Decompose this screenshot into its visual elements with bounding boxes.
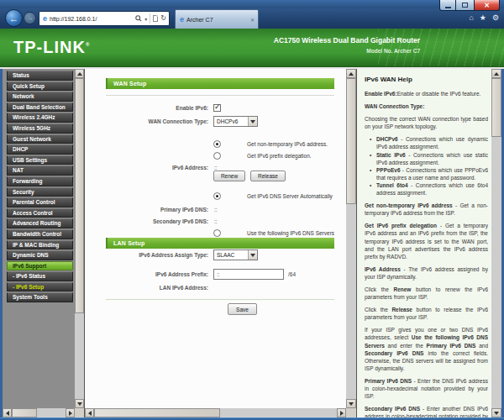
chevron-down-icon[interactable] <box>248 250 257 260</box>
browser-tab[interactable]: e Archer C7 ✕ <box>175 9 259 29</box>
dns-manual-radio[interactable] <box>213 229 221 237</box>
scrollbar-thumb[interactable] <box>94 408 220 417</box>
wan-connection-type-row: WAN Connection Type: DHCPv6 <box>85 116 354 127</box>
sidebar-item-nat[interactable]: NAT <box>7 165 73 176</box>
help-bullet-item: •Tunnel 6to4 - Connections which use 6to… <box>365 181 488 197</box>
save-button[interactable]: Save <box>228 303 257 315</box>
scrollbar-thumb[interactable] <box>346 78 356 204</box>
home-icon[interactable]: ⌂ <box>469 13 473 22</box>
minimize-icon <box>445 7 451 8</box>
sidebar-item-forwarding[interactable]: Forwarding <box>7 176 73 186</box>
scrollbar-thumb[interactable] <box>12 408 37 417</box>
address-bar[interactable]: e http://192.168.0.1/ ▾ ↻ <box>39 11 170 26</box>
sidebar-item-ipv6-setup[interactable]: - IPv6 Setup <box>7 282 73 292</box>
assign-type-select[interactable]: SLAAC <box>213 249 258 260</box>
sidebar-item-quick-setup[interactable]: Quick Setup <box>7 81 73 92</box>
wan-connection-type-select[interactable]: DHCPv6 <box>213 116 258 127</box>
sidebar-item-wireless-2-4ghz[interactable]: Wireless 2.4GHz <box>7 113 73 123</box>
chevron-down-icon[interactable] <box>248 117 257 126</box>
back-icon: ← <box>9 13 18 24</box>
minimize-button[interactable] <box>439 0 456 11</box>
main-horizontal-scrollbar[interactable] <box>85 408 346 417</box>
selected-value: DHCPv6 <box>217 117 238 126</box>
header-product-info: AC1750 Wireless Dual Band Gigabit Router… <box>274 36 420 54</box>
help-paragraph: Enable IPv6:Enable or disable the IPv6 f… <box>365 90 488 97</box>
sidebar-item-bandwidth-control[interactable]: Bandwidth Control <box>7 229 73 239</box>
sidebar-item-ipv6-status[interactable]: - IPv6 Status <box>7 271 73 281</box>
favorites-star-icon[interactable]: ★ <box>480 13 486 22</box>
help-paragraph: If your ISP gives you one or two DNS IPv… <box>365 326 488 372</box>
sidebar-item-ip-mac-binding[interactable]: IP & MAC Binding <box>7 240 73 250</box>
tab-title: Archer C7 <box>186 17 250 23</box>
help-paragraph: Choosing the correct WAN connection type… <box>365 115 488 130</box>
secondary-dns-row: Secondary IPv6 DNS: :: <box>85 216 354 227</box>
scroll-right-icon[interactable] <box>337 408 346 417</box>
assign-type-row: IPv6 Address Assign Type: SLAAC <box>85 249 354 260</box>
main-vertical-scrollbar[interactable] <box>346 69 356 408</box>
scroll-up-icon[interactable] <box>346 69 356 78</box>
sidebar-vertical-scrollbar[interactable] <box>75 69 84 408</box>
sidebar-item-ipv6-support[interactable]: IPv6 Support <box>7 261 73 271</box>
bullet-icon: • <box>370 166 371 174</box>
scroll-up-icon[interactable] <box>491 69 501 78</box>
sidebar-item-wireless-5ghz[interactable]: Wireless 5GHz <box>7 123 73 134</box>
prefix-delegation-radio[interactable] <box>213 152 221 160</box>
compatibility-view-icon[interactable] <box>153 15 158 22</box>
sidebar-item-dhcp[interactable]: DHCP <box>7 144 73 155</box>
release-button[interactable]: Release <box>250 171 286 181</box>
prefix-suffix: /64 <box>288 269 296 280</box>
sidebar-item-guest-network[interactable]: Guest Network <box>7 134 73 144</box>
search-dropdown-icon[interactable]: ▾ <box>144 16 147 22</box>
help-paragraph: WAN Connection Type: <box>365 102 488 110</box>
settings-gear-icon[interactable]: ⚙ <box>492 13 499 22</box>
sidebar-item-dual-band-selection[interactable]: Dual Band Selection <box>7 102 73 113</box>
sidebar-item-network[interactable]: Network <box>7 92 73 102</box>
non-temporary-radio[interactable] <box>213 140 221 148</box>
back-button[interactable]: ← <box>5 9 23 27</box>
tplink-logo: TP-LINK® <box>13 38 90 57</box>
sidebar-item-dynamic-dns[interactable]: Dynamic DNS <box>7 250 73 260</box>
assign-type-label: IPv6 Address Assign Type: <box>85 249 208 260</box>
help-vertical-scrollbar[interactable] <box>491 69 501 417</box>
dns-auto-radio[interactable] <box>213 192 221 200</box>
sidebar-item-usb-settings[interactable]: USB Settings <box>7 155 73 165</box>
sidebar-item-advanced-routing[interactable]: Advanced Routing <box>7 218 73 228</box>
product-name: AC1750 Wireless Dual Band Gigabit Router <box>274 36 420 45</box>
search-icon[interactable] <box>135 15 142 22</box>
sidebar-item-system-tools[interactable]: System Tools <box>7 292 73 302</box>
enable-ipv6-checkbox[interactable]: ✓ <box>213 104 221 112</box>
scrollbar-thumb[interactable] <box>75 78 84 313</box>
maximize-button[interactable] <box>456 0 475 11</box>
scrollbar-thumb[interactable] <box>491 78 501 137</box>
sidebar-item-parental-control[interactable]: Parental Control <box>7 197 73 207</box>
ie-favicon-icon: e <box>43 14 47 23</box>
frameset: StatusQuick SetupNetworkDual Band Select… <box>3 69 501 417</box>
scroll-down-icon[interactable] <box>491 408 501 417</box>
sidebar-horizontal-scrollbar[interactable] <box>3 408 75 417</box>
bullet-icon: • <box>370 151 371 159</box>
forward-button[interactable]: → <box>24 12 36 24</box>
tab-close-icon[interactable]: ✕ <box>250 17 255 23</box>
scroll-left-icon[interactable] <box>3 408 12 417</box>
help-paragraph: Click the Release button to release the … <box>365 306 488 321</box>
refresh-icon[interactable]: ↻ <box>160 15 166 22</box>
sidebar-item-status[interactable]: Status <box>7 71 73 81</box>
scroll-down-icon[interactable] <box>75 399 84 408</box>
url-text[interactable]: http://192.168.0.1/ <box>50 16 135 22</box>
primary-dns-row: Primary IPv6 DNS: :: <box>85 204 354 215</box>
prefix-delegation-radio-row: Get IPv6 prefix delegation. <box>85 150 354 161</box>
renew-button[interactable]: Renew <box>213 171 245 181</box>
scroll-up-icon[interactable] <box>75 69 84 78</box>
sidebar-item-access-control[interactable]: Access Control <box>7 208 73 218</box>
sidebar-item-security[interactable]: Security <box>7 187 73 197</box>
prefix-input[interactable]: :: <box>213 269 284 280</box>
scroll-down-icon[interactable] <box>346 399 356 408</box>
window-titlebar[interactable] <box>0 0 504 8</box>
lan-setup-section-header: LAN Setup <box>106 238 334 249</box>
help-paragraph: Primary IPv6 DNS - Enter the DNS IPv6 ad… <box>365 377 488 400</box>
close-button[interactable]: ✕ <box>475 0 500 11</box>
help-title: IPv6 WAN Help <box>365 76 488 83</box>
scroll-left-icon[interactable] <box>85 408 94 417</box>
help-paragraph: Get IPv6 prefix delegation - Get a tempo… <box>365 222 488 260</box>
scroll-right-icon[interactable] <box>66 408 75 417</box>
